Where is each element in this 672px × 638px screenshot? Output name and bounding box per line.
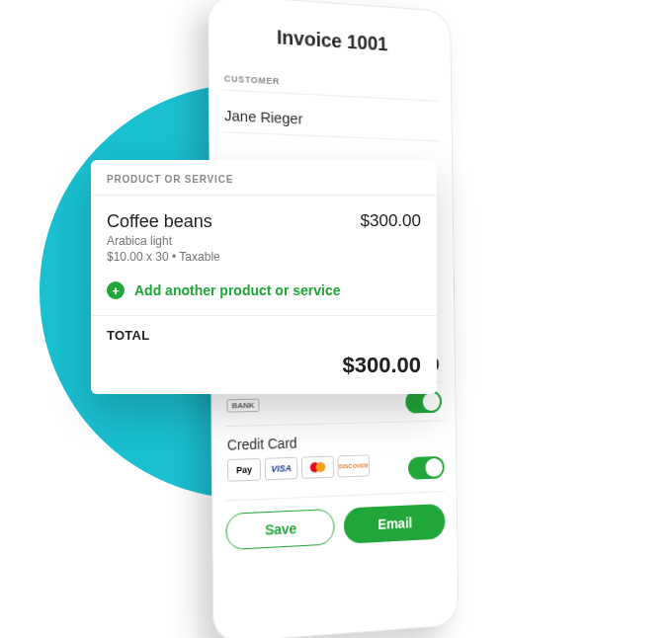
save-button[interactable]: Save	[225, 509, 334, 550]
add-product-label: Add another product or service	[134, 282, 340, 298]
item-amount: $300.00	[361, 211, 421, 231]
discover-icon: DISCOVER	[338, 454, 370, 477]
product-service-label: PRODUCT OR SERVICE	[91, 160, 437, 196]
bank-chip: BANK	[226, 399, 259, 413]
total-value: $300.00	[342, 353, 421, 378]
item-calculation: $10.00 x 30 • Taxable	[107, 248, 220, 264]
product-service-card: PRODUCT OR SERVICE Coffee beans Arabica …	[91, 160, 437, 394]
add-product-button[interactable]: + Add another product or service	[91, 274, 437, 316]
total-label: TOTAL	[107, 328, 421, 343]
line-item[interactable]: Coffee beans Arabica light $10.00 x 30 •…	[91, 196, 437, 274]
item-description: Arabica light	[107, 232, 220, 248]
plus-icon: +	[107, 281, 125, 299]
visa-icon: VISA	[265, 457, 298, 481]
applepay-icon: Pay	[227, 458, 261, 482]
payment-card-icons: Pay VISA DISCOVER	[225, 454, 372, 490]
mastercard-icon	[301, 456, 334, 479]
item-name: Coffee beans	[107, 211, 220, 232]
email-button[interactable]: Email	[344, 504, 446, 544]
credit-card-toggle[interactable]	[408, 455, 445, 479]
